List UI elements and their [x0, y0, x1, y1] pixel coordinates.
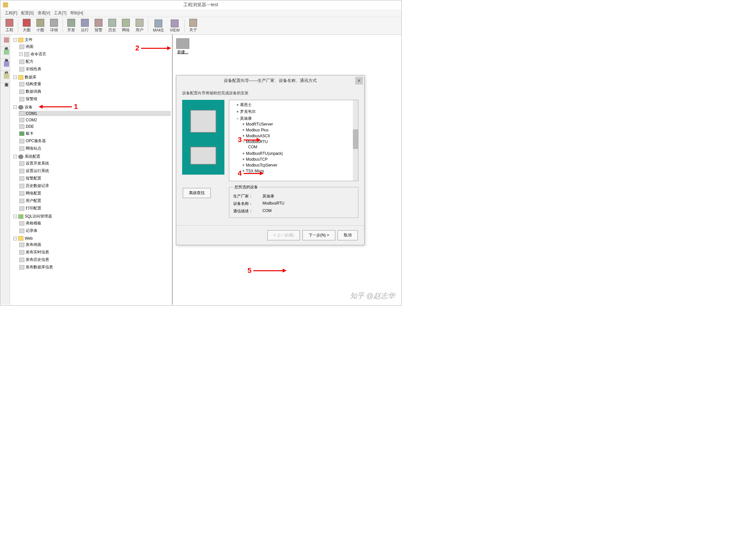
menu-help[interactable]: 帮助[H] [68, 10, 85, 17]
tb-run[interactable]: 运行 [78, 18, 91, 33]
collapse-icon[interactable]: − [13, 105, 17, 109]
project-tree: −文件 画面 +命令语言 配方 非线性表 −数据库 结构变量 数据词典 报警组 [10, 35, 173, 305]
toolbar-sep [148, 20, 148, 33]
scrollbar[interactable] [353, 100, 358, 181]
tree-sysconfig[interactable]: −系统配置 [13, 153, 171, 160]
tree-sql[interactable]: −SQL访问管理器 [13, 213, 171, 220]
window-title: 工程浏览器---test [183, 2, 218, 8]
tree-item[interactable]: +ModbusTcpServer [242, 163, 357, 167]
cancel-button[interactable]: 取消 [338, 230, 358, 240]
close-button[interactable]: ✕ [355, 77, 363, 85]
file-icon [19, 221, 24, 226]
tree-item[interactable]: 非线性表 [19, 66, 171, 72]
tree-item[interactable]: +基恩士 [236, 102, 357, 108]
file-icon [19, 45, 24, 49]
tree-db[interactable]: −数据库 [13, 74, 171, 80]
tree-device[interactable]: −设备 [13, 104, 171, 110]
tree-item[interactable]: +ModbusRTU(unpack) [242, 151, 357, 156]
tree-com2[interactable]: COM2 [19, 117, 171, 123]
tree-item[interactable]: +Modbus Plus [242, 128, 357, 132]
tree-com[interactable]: COM [248, 145, 357, 149]
tree-item[interactable]: 用户配置 [19, 198, 171, 204]
vtab-screen[interactable]: 画面 [0, 71, 10, 83]
tree-item[interactable]: +ModRTUServer [242, 122, 357, 127]
collapse-icon[interactable]: − [13, 215, 17, 218]
collapse-icon[interactable]: − [13, 75, 17, 79]
tree-modbusrtu[interactable]: −ModbusRTU [242, 140, 357, 144]
tree-item[interactable]: 结构变量 [19, 81, 171, 87]
tree-item[interactable]: 数据词典 [19, 88, 171, 95]
tb-about[interactable]: 关于 [187, 18, 200, 33]
tb-develop[interactable]: 开发 [65, 18, 78, 33]
collapse-icon[interactable]: − [13, 155, 17, 158]
menu-config[interactable]: 配置[S] [19, 10, 36, 17]
tree-dde[interactable]: DDE [19, 124, 171, 129]
next-button[interactable]: 下一步(N) > [302, 230, 335, 240]
main-window: 工程浏览器---test 工程[F] 配置[S] 查看[V] 工具[T] 帮助[… [0, 0, 402, 306]
tb-make[interactable]: MAKE [150, 19, 167, 33]
vtab-var[interactable]: 变量 [0, 47, 10, 59]
tree-item[interactable]: +罗克韦尔 [236, 109, 357, 114]
file-icon [19, 60, 24, 64]
vendor-tree[interactable]: +基恩士 +罗克韦尔 −莫迪康 +ModRTUServer +Modbus Pl… [229, 100, 358, 181]
tree-netsite[interactable]: 网络站点 [19, 145, 171, 152]
tree-item[interactable]: 网络配置 [19, 190, 171, 196]
scrollbar-thumb[interactable] [353, 129, 358, 149]
tree-item[interactable]: 配方 [19, 59, 171, 65]
tree-opc[interactable]: OPC服务器 [19, 138, 171, 144]
tree-item[interactable]: 报警配置 [19, 175, 171, 181]
tree-item[interactable]: 表格模板 [19, 220, 171, 226]
menu-view[interactable]: 查看[V] [36, 10, 52, 17]
tb-bigicon[interactable]: 大图 [20, 18, 33, 33]
menu-tools[interactable]: 工具[T] [52, 10, 68, 17]
expand-icon[interactable]: + [19, 52, 23, 56]
tree-item[interactable]: 设置运行系统 [19, 168, 171, 174]
tree-item[interactable]: 记录体 [19, 228, 171, 234]
tree-item[interactable]: +命令语言 [19, 51, 171, 57]
tree-item[interactable]: +TSX Micro [242, 169, 357, 173]
file-icon [19, 89, 24, 94]
tree-item[interactable]: 历史数据记录 [19, 183, 171, 189]
tb-detail[interactable]: 详细 [47, 18, 60, 33]
tree-item[interactable]: 设置开发系统 [19, 160, 171, 167]
collapse-icon[interactable]: − [13, 38, 17, 42]
tree-com1[interactable]: COM1 [19, 111, 171, 116]
new-device-icon[interactable]: 新建... [175, 37, 190, 56]
file-icon [19, 82, 24, 87]
tree-item[interactable]: 发布画面 [19, 242, 171, 248]
vtab-system[interactable]: 系统 [0, 35, 10, 47]
db-icon [18, 214, 23, 219]
tb-network[interactable]: 网络 [119, 18, 132, 33]
file-icon [19, 258, 24, 262]
tree-item[interactable]: +ModbusTCP [242, 157, 357, 162]
collapse-icon[interactable]: − [13, 237, 17, 240]
tb-user[interactable]: 用户 [133, 18, 146, 33]
tree-item[interactable]: +ModbusASCII [242, 134, 357, 138]
tb-project[interactable]: 工程 [3, 18, 16, 33]
tree-item[interactable]: 打印配置 [19, 205, 171, 211]
tree-item[interactable]: 报警组 [19, 96, 171, 102]
titlebar: 工程浏览器---test [0, 0, 401, 9]
tb-view[interactable]: VIEW [167, 19, 182, 33]
tree-item[interactable]: 发布历史信息 [19, 257, 171, 263]
menu-project[interactable]: 工程[F] [3, 10, 19, 17]
tree-board[interactable]: 板卡 [19, 130, 171, 137]
tb-history[interactable]: 历史 [106, 18, 119, 33]
tree-modicon[interactable]: −莫迪康 [236, 116, 357, 121]
prev-button[interactable]: < 上一步(B) [267, 230, 300, 240]
tree-file[interactable]: −文件 [13, 37, 171, 43]
field-key: 通信描述： [233, 208, 256, 214]
file-icon [19, 229, 24, 233]
app-icon [3, 2, 8, 7]
advanced-search-button[interactable]: 高级查找 [183, 188, 211, 198]
tree-web[interactable]: −Web [13, 236, 171, 241]
tree-item[interactable]: 发布数据库信息 [19, 264, 171, 270]
tb-alarm[interactable]: 报警 [92, 18, 105, 33]
tb-smallicon[interactable]: 小图 [34, 18, 47, 33]
toolbar-sep [184, 20, 185, 33]
tree-item[interactable]: 画面 [19, 44, 171, 50]
vtab-site[interactable]: 站点 [0, 59, 10, 71]
port-icon [19, 111, 24, 116]
tree-item[interactable]: 发布实时信息 [19, 249, 171, 255]
field-value: 莫迪康 [262, 193, 274, 199]
